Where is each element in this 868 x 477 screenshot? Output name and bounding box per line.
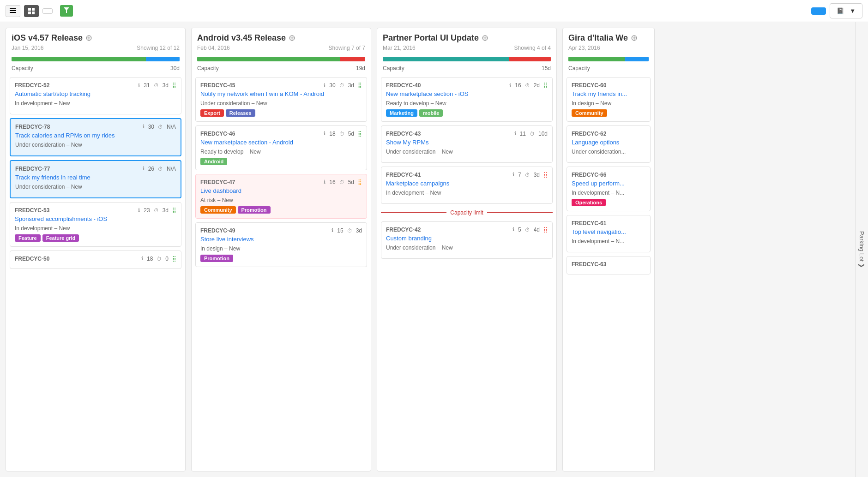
board-columns: iOS v4.57 Release ⊕ Jan 15, 2016 Showing… xyxy=(0,22,855,477)
card-title[interactable]: Top level navigatio... xyxy=(572,228,645,236)
card-header: FREDCYC-78 ℹ 30 ⏱ N/A xyxy=(15,124,176,130)
legend-button[interactable] xyxy=(42,8,53,14)
card[interactable]: FREDCYC-78 ℹ 30 ⏱ N/A Track calories and… xyxy=(10,118,181,156)
card-title[interactable]: Sponsored accomplishments - iOS xyxy=(15,215,176,223)
card[interactable]: FREDCYC-42 ℹ 5 ⏱ 4d ⣿ Custom branding Un… xyxy=(381,221,553,259)
card[interactable]: FREDCYC-47 ℹ 16 ⏱ 5d ⣿ Live dashboard At… xyxy=(195,174,367,219)
card-id: FREDCYC-53 xyxy=(15,207,49,214)
card[interactable]: FREDCYC-43 ℹ 11 ⏱ 10d Show My RPMs Under… xyxy=(381,125,553,163)
card-title[interactable]: New marketplace section - iOS xyxy=(386,90,548,98)
clock-icon: ⏱ xyxy=(339,179,344,185)
tag[interactable]: Marketing xyxy=(386,109,417,117)
card-time: 3d xyxy=(163,207,169,214)
card-title[interactable]: Language options xyxy=(572,139,645,147)
card-title[interactable]: New marketplace section - Android xyxy=(200,139,362,147)
card[interactable]: FREDCYC-52 ℹ 31 ⏱ 3d ⣿ Automatic start/s… xyxy=(10,77,181,114)
card[interactable]: FREDCYC-60 Track my friends in... In des… xyxy=(567,77,651,122)
card-title[interactable]: Speed up perform... xyxy=(572,180,645,188)
card-tags: Operations xyxy=(572,199,645,206)
svg-rect-6 xyxy=(32,12,35,14)
column-title: Gira d'Italia We ⊕ xyxy=(568,33,649,43)
clock-icon: ⏱ xyxy=(339,131,344,137)
add-to-column-button[interactable]: ⊕ xyxy=(289,33,295,43)
people-icon: ⣿ xyxy=(172,256,176,262)
card-time: N/A xyxy=(167,166,176,172)
tag[interactable]: Operations xyxy=(572,199,606,206)
card[interactable]: FREDCYC-41 ℹ 7 ⏱ 3d ⣿ Marketplace campai… xyxy=(381,167,553,204)
card-title[interactable]: Show My RPMs xyxy=(386,139,548,147)
add-to-notebook-button[interactable]: 📓 ▼ xyxy=(830,3,862,18)
card-header: FREDCYC-52 ℹ 31 ⏱ 3d ⣿ xyxy=(15,82,176,89)
add-to-column-button[interactable]: ⊕ xyxy=(482,33,488,43)
card-tags: Promotion xyxy=(200,255,362,262)
card-header: FREDCYC-62 xyxy=(572,131,645,137)
card-time: 3d xyxy=(163,82,169,89)
card-tags: ExportReleases xyxy=(200,109,362,117)
card-id: FREDCYC-61 xyxy=(572,220,606,227)
tag[interactable]: Promotion xyxy=(238,206,271,214)
card-title[interactable]: Live dashboard xyxy=(200,187,362,195)
card[interactable]: FREDCYC-66 Speed up perform... In develo… xyxy=(567,167,651,211)
column-col4: Gira d'Italia We ⊕ Apr 23, 2016 Capacity… xyxy=(562,28,655,471)
add-to-column-button[interactable]: ⊕ xyxy=(85,33,92,43)
column-col2: Android v3.45 Release ⊕ Feb 04, 2016 Sho… xyxy=(191,28,371,471)
card[interactable]: FREDCYC-62 Language options Under consid… xyxy=(567,125,651,163)
people-icon: ⣿ xyxy=(543,172,548,178)
card-title[interactable]: Custom branding xyxy=(386,235,548,243)
tag[interactable]: Community xyxy=(572,109,607,117)
tag[interactable]: Android xyxy=(200,158,227,165)
card-title[interactable]: Marketplace campaigns xyxy=(386,180,548,188)
card-header: FREDCYC-43 ℹ 11 ⏱ 10d xyxy=(386,131,548,137)
card[interactable]: FREDCYC-50 ℹ 18 ⏱ 0 ⣿ xyxy=(10,250,181,269)
card[interactable]: FREDCYC-49 ℹ 15 ⏱ 3d Store live intervie… xyxy=(195,222,367,267)
card-header: FREDCYC-49 ℹ 15 ⏱ 3d xyxy=(200,227,362,234)
card-status: Under consideration... xyxy=(572,149,645,155)
tag[interactable]: Community xyxy=(200,206,236,214)
column-date: Feb 04, 2016 xyxy=(197,45,230,51)
clock-icon: ⏱ xyxy=(154,208,159,213)
add-to-column-button[interactable]: ⊕ xyxy=(631,33,638,43)
tag[interactable]: Feature xyxy=(15,234,41,242)
card[interactable]: FREDCYC-46 ℹ 18 ⏱ 5d ⣿ New marketplace s… xyxy=(195,125,367,170)
new-release-button[interactable] xyxy=(811,7,826,15)
grid-view-button[interactable] xyxy=(24,5,39,17)
card-status: Ready to develop – New xyxy=(200,149,362,155)
card[interactable]: FREDCYC-40 ℹ 16 ⏱ 2d ⣿ New marketplace s… xyxy=(381,77,553,122)
card-time: 3d xyxy=(348,82,354,89)
card-score: 18 xyxy=(329,131,335,137)
card[interactable]: FREDCYC-53 ℹ 23 ⏱ 3d ⣿ Sponsored accompl… xyxy=(10,202,181,247)
parking-lot-sidebar[interactable]: Parking Lot ❯ xyxy=(855,22,868,477)
card-title[interactable]: Track calories and RPMs on my rides xyxy=(15,132,176,140)
card[interactable]: FREDCYC-63 xyxy=(567,256,651,274)
tag[interactable]: Export xyxy=(200,109,224,117)
card[interactable]: FREDCYC-61 Top level navigatio... In dev… xyxy=(567,215,651,252)
tag[interactable]: Promotion xyxy=(200,255,233,262)
card-score: 26 xyxy=(148,166,154,172)
card-score: 23 xyxy=(144,207,150,214)
capacity-text: Capacity xyxy=(383,65,404,72)
column-cards: FREDCYC-60 Track my friends in... In des… xyxy=(563,75,654,471)
column-meta: Apr 23, 2016 xyxy=(568,45,649,51)
clock-icon: ⏱ xyxy=(525,172,530,178)
card-title[interactable]: Notify my network when I win a KOM - And… xyxy=(200,90,362,98)
card-status: Under consideration – New xyxy=(15,142,176,148)
card-stats: ℹ 26 ⏱ N/A xyxy=(143,166,176,172)
tag[interactable]: mobile xyxy=(419,109,443,117)
card-score: 5 xyxy=(518,227,521,233)
card-title[interactable]: Track my friends in... xyxy=(572,90,645,98)
card-stats: ℹ 18 ⏱ 0 ⣿ xyxy=(141,256,176,262)
tag[interactable]: Releases xyxy=(226,109,255,117)
capacity-text: Capacity xyxy=(12,65,33,72)
card[interactable]: FREDCYC-77 ℹ 26 ⏱ N/A Track my friends i… xyxy=(10,160,181,198)
card[interactable]: FREDCYC-45 ℹ 30 ⏱ 3d ⣿ Notify my network… xyxy=(195,77,367,122)
card-header: FREDCYC-61 xyxy=(572,220,645,227)
card-score: 16 xyxy=(515,82,521,89)
tag[interactable]: Feature grid xyxy=(42,234,79,242)
list-view-button[interactable] xyxy=(6,5,20,17)
card-status: In development – N... xyxy=(572,190,645,196)
card-tags: FeatureFeature grid xyxy=(15,234,176,242)
card-title[interactable]: Track my friends in real time xyxy=(15,174,176,182)
filter-button[interactable] xyxy=(60,5,73,17)
card-title[interactable]: Store live interviews xyxy=(200,236,362,244)
card-title[interactable]: Automatic start/stop tracking xyxy=(15,90,176,98)
